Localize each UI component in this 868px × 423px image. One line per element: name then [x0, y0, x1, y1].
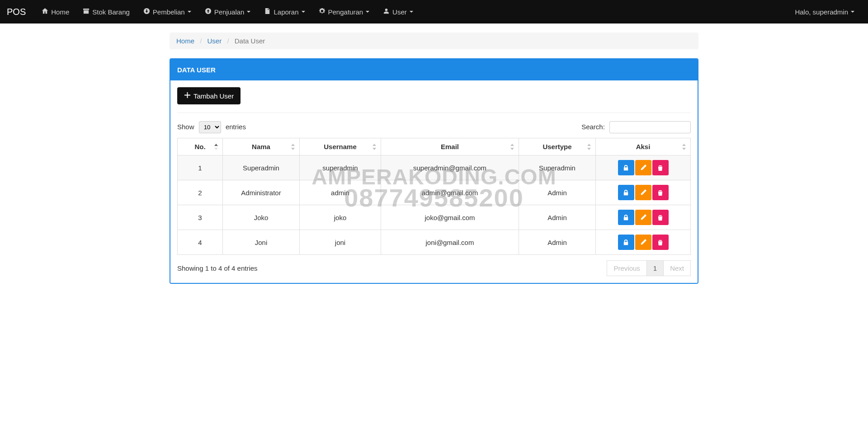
plus-icon [184, 92, 191, 100]
cell-usertype: Admin [519, 230, 596, 255]
nav-item-pengaturan[interactable]: Pengaturan [312, 0, 377, 24]
nav-label: Pembelian [153, 8, 185, 16]
sort-icon [290, 144, 296, 150]
length-select[interactable]: 10 [199, 121, 221, 133]
add-user-label: Tambah User [193, 92, 234, 100]
delete-button[interactable] [652, 160, 669, 175]
divider [177, 113, 691, 113]
chevron-down-icon [366, 11, 369, 13]
edit-button[interactable] [635, 210, 651, 225]
table-row: 4Jonijonijoni@gmail.comAdmin [178, 230, 691, 255]
cell-no: 4 [178, 230, 223, 255]
col-username[interactable]: Username [300, 138, 381, 155]
length-suffix: entries [226, 123, 246, 131]
cell-username: joni [300, 230, 381, 255]
cell-nama: Joko [223, 205, 300, 230]
pagination: Previous 1 Next [607, 260, 691, 276]
chevron-down-icon [247, 11, 250, 13]
cell-usertype: Superadmin [519, 155, 596, 180]
col-usertype[interactable]: Usertype [519, 138, 596, 155]
edit-button[interactable] [635, 160, 651, 175]
search-control: Search: [581, 121, 691, 133]
download-icon [143, 8, 150, 16]
nav-item-pembelian[interactable]: Pembelian [137, 0, 198, 24]
page-next[interactable]: Next [663, 260, 691, 276]
search-label: Search: [581, 123, 605, 131]
cell-aksi [596, 180, 691, 205]
chevron-down-icon [302, 11, 305, 13]
file-icon [264, 8, 271, 16]
sort-icon [509, 144, 515, 150]
nav-label: Penjualan [214, 8, 245, 16]
nav-item-greeting[interactable]: Halo, superadmin [788, 0, 861, 24]
user-table: No. Nama Username Email Usertype Aksi 1S… [177, 138, 691, 255]
col-email[interactable]: Email [381, 138, 519, 155]
chevron-down-icon [851, 11, 854, 13]
breadcrumb-home[interactable]: Home [176, 37, 194, 45]
col-aksi[interactable]: Aksi [596, 138, 691, 155]
nav-label: Home [51, 8, 69, 16]
cell-username: admin [300, 180, 381, 205]
lock-button[interactable] [618, 235, 634, 250]
search-input[interactable] [609, 121, 691, 133]
cell-usertype: Admin [519, 180, 596, 205]
delete-button[interactable] [652, 185, 669, 200]
add-user-button[interactable]: Tambah User [177, 87, 241, 104]
nav-item-home[interactable]: Home [35, 0, 76, 24]
edit-button[interactable] [635, 185, 651, 200]
cell-nama: Superadmin [223, 155, 300, 180]
cell-no: 3 [178, 205, 223, 230]
main-container: Home / User / Data User DATA USER Tambah… [170, 24, 698, 284]
nav-label: Stok Barang [92, 8, 130, 16]
cell-username: joko [300, 205, 381, 230]
home-icon [42, 8, 48, 16]
page-previous[interactable]: Previous [607, 260, 646, 276]
table-info: Showing 1 to 4 of 4 entries [177, 264, 258, 272]
breadcrumb-user[interactable]: User [208, 37, 222, 45]
nav-item-penjualan[interactable]: Penjualan [198, 0, 258, 24]
brand-logo[interactable]: POS [7, 7, 26, 17]
sort-icon [372, 144, 377, 150]
lock-button[interactable] [618, 160, 634, 175]
cell-usertype: Admin [519, 205, 596, 230]
cell-email: superadmin@gmail.com [381, 155, 519, 180]
table-row: 3Jokojokojoko@gmail.comAdmin [178, 205, 691, 230]
cell-aksi [596, 230, 691, 255]
sort-icon [681, 144, 687, 150]
gear-icon [319, 8, 326, 16]
nav-item-user[interactable]: User [376, 0, 420, 24]
length-prefix: Show [177, 123, 194, 131]
page-current[interactable]: 1 [646, 260, 664, 276]
nav-label: Pengaturan [328, 8, 363, 16]
nav-label: Laporan [274, 8, 298, 16]
lock-button[interactable] [618, 185, 634, 200]
cell-email: joko@gmail.com [381, 205, 519, 230]
col-no[interactable]: No. [178, 138, 223, 155]
table-row: 1Superadminsuperadminsuperadmin@gmail.co… [178, 155, 691, 180]
col-nama[interactable]: Nama [223, 138, 300, 155]
breadcrumb-separator: / [200, 37, 202, 45]
chevron-down-icon [188, 11, 191, 13]
cell-email: admin@gmail.com [381, 180, 519, 205]
nav-item-laporan[interactable]: Laporan [257, 0, 311, 24]
user-icon [383, 8, 390, 16]
delete-button[interactable] [652, 235, 669, 250]
cell-nama: Joni [223, 230, 300, 255]
edit-button[interactable] [635, 235, 651, 250]
cell-aksi [596, 155, 691, 180]
breadcrumb-current: Data User [235, 37, 265, 45]
breadcrumb: Home / User / Data User [170, 33, 698, 49]
nav-label: User [392, 8, 407, 16]
cell-nama: Administrator [223, 180, 300, 205]
sort-icon [586, 144, 592, 150]
datatable-footer: Showing 1 to 4 of 4 entries Previous 1 N… [177, 260, 691, 276]
lock-button[interactable] [618, 210, 634, 225]
delete-button[interactable] [652, 210, 669, 225]
nav-item-stok-barang[interactable]: Stok Barang [76, 0, 137, 24]
upload-icon [205, 8, 212, 16]
navbar: POS Home Stok Barang Pembelian Penjualan… [0, 0, 868, 24]
cell-no: 1 [178, 155, 223, 180]
panel-title: DATA USER [170, 59, 698, 80]
sort-icon [213, 144, 219, 150]
datatable-controls: Show 10 entries Search: [177, 121, 691, 133]
